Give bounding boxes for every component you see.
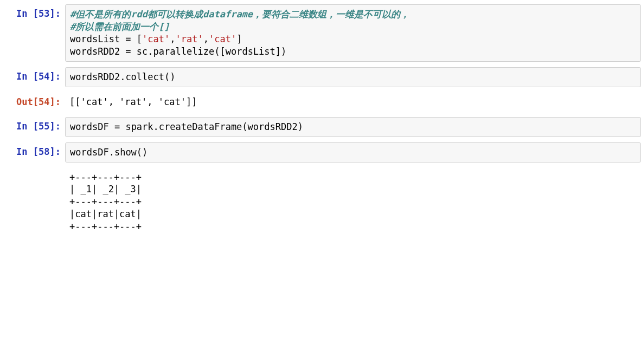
code-input-53[interactable]: #但不是所有的rdd都可以转换成dataframe，要符合二维数组，一维是不可以… — [65, 4, 641, 62]
output-cell-58: +---+---+---+ | _1| _2| _3| +---+---+---… — [0, 168, 641, 237]
output-prompt-54: Out[54]: — [0, 93, 65, 108]
code-input-54[interactable]: wordsRDD2.collect() — [65, 67, 641, 87]
code-cell-53: In [53]: #但不是所有的rdd都可以转换成dataframe，要符合二维… — [0, 4, 641, 62]
code-comment: #但不是所有的rdd都可以转换成dataframe，要符合二维数组，一维是不可以… — [70, 9, 409, 20]
code-comment: #所以需在前面加一个[] — [70, 21, 170, 32]
code-output-58: +---+---+---+ | _1| _2| _3| +---+---+---… — [65, 168, 641, 237]
output-prompt-58-empty — [0, 168, 65, 171]
input-prompt-54: In [54]: — [0, 67, 65, 83]
code-input-58[interactable]: wordsDF.show() — [65, 142, 641, 162]
input-prompt-58: In [58]: — [0, 142, 65, 158]
code-cell-55: In [55]: wordsDF = spark.createDataFrame… — [0, 117, 641, 137]
input-prompt-53: In [53]: — [0, 4, 65, 20]
code-cell-54: In [54]: wordsRDD2.collect() — [0, 67, 641, 87]
code-output-54: [['cat', 'rat', 'cat']] — [65, 93, 641, 112]
input-prompt-55: In [55]: — [0, 117, 65, 133]
code-input-55[interactable]: wordsDF = spark.createDataFrame(wordsRDD… — [65, 117, 641, 137]
code-cell-58: In [58]: wordsDF.show() — [0, 142, 641, 162]
output-cell-54: Out[54]: [['cat', 'rat', 'cat']] — [0, 93, 641, 112]
